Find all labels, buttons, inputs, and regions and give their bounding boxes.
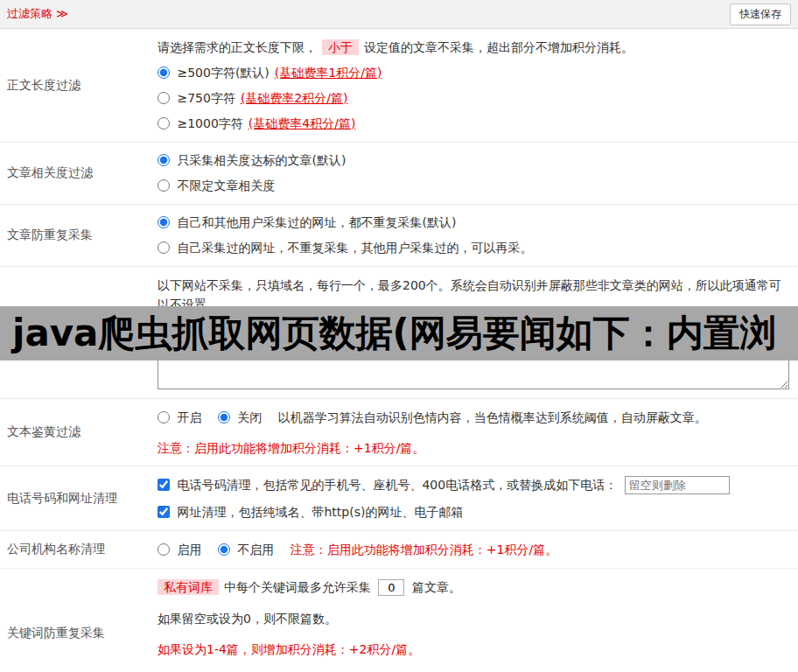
radio-1000chars[interactable] xyxy=(158,117,170,130)
keyword-limit-suffix: 篇文章。 xyxy=(412,580,461,594)
replacement-phone-input[interactable] xyxy=(625,476,730,494)
radio-label: 自己采集过的网址，不重复采集，其他用户采集过的，可以再采。 xyxy=(177,241,532,255)
radio-option-dedup-all-users[interactable]: 自己和其他用户采集过的网址，都不重复采集(默认) xyxy=(158,214,789,232)
radio-option-relevance-any[interactable]: 不限定文章相关度 xyxy=(158,177,789,195)
keyword-limit-input[interactable] xyxy=(378,579,404,596)
checkbox-option-phone-clean[interactable]: 电话号码清理，包括常见的手机号、座机号、400电话格式，或替换成如下电话： xyxy=(158,478,621,492)
checkbox-url-clean[interactable] xyxy=(158,506,170,518)
radio-option-750chars[interactable]: ≥750字符(基础费率2积分/篇) xyxy=(158,89,789,108)
row-porn-filter: 文本鉴黄过滤 开启 关闭 以机器学习算法自动识别色情内容，当色情概率达到系统阈值… xyxy=(0,399,798,466)
radio-500chars[interactable] xyxy=(158,66,170,79)
radio-relevance-strict[interactable] xyxy=(158,154,170,166)
company-cleanup-warning: 注意：启用此功能将增加积分消耗：+1积分/篇。 xyxy=(290,542,557,556)
quick-save-button[interactable]: 快速保存 xyxy=(730,4,791,25)
keyword-limit-text: 中每个关键词最多允许采集 xyxy=(224,580,371,594)
row-label-porn-filter: 文本鉴黄过滤 xyxy=(7,408,158,457)
radio-option-company-on[interactable]: 启用 xyxy=(158,542,206,556)
radio-option-relevance-strict[interactable]: 只采集相关度达标的文章(默认) xyxy=(158,151,789,170)
rate-note: (基础费率4积分/篇) xyxy=(248,116,356,130)
radio-label: 只采集相关度达标的文章(默认) xyxy=(177,153,346,167)
radio-label: ≥750字符 xyxy=(177,91,234,105)
radio-company-on[interactable] xyxy=(158,543,170,556)
radio-option-1000chars[interactable]: ≥1000字符(基础费率4积分/篇) xyxy=(158,115,789,133)
porn-filter-description: 以机器学习算法自动识别色情内容，当色情概率达到系统阈值，自动屏蔽文章。 xyxy=(278,410,707,424)
radio-option-porn-on[interactable]: 开启 xyxy=(158,410,206,424)
rate-note: (基础费率1积分/篇) xyxy=(275,66,382,80)
radio-label: ≥500字符(默认) xyxy=(177,66,269,80)
radio-label: 自己和其他用户采集过的网址，都不重复采集(默认) xyxy=(177,215,456,229)
watermark-text: java爬虫抓取网页数据(网易要闻如下：内置浏 xyxy=(12,309,777,358)
page-title[interactable]: 过滤策略 ≫ xyxy=(7,6,68,22)
radio-dedup-all-users[interactable] xyxy=(158,216,170,228)
row-keyword-dedup: 关键词防重复采集 私有词库中每个关键词最多允许采集 篇文章。 如果留空或设为0，… xyxy=(0,569,798,672)
intro-highlight: 小于 xyxy=(322,39,359,55)
radio-label: 启用 xyxy=(177,542,201,556)
row-label-phone-url: 电话号码和网址清理 xyxy=(7,475,158,522)
intro-post: 设定值的文章不采集，超出部分不增加积分消耗。 xyxy=(364,40,634,54)
radio-label: ≥1000字符 xyxy=(177,116,242,130)
row-label-dedup: 文章防重复采集 xyxy=(7,214,158,257)
checkbox-option-url-clean[interactable]: 网址清理，包括纯域名、带http(s)的网址、电子邮箱 xyxy=(158,505,463,519)
row-relevance-filter: 文章相关度过滤 只采集相关度达标的文章(默认) 不限定文章相关度 xyxy=(0,143,798,205)
radio-option-dedup-self-only[interactable]: 自己采集过的网址，不重复采集，其他用户采集过的，可以再采。 xyxy=(158,239,789,257)
row-label-company-cleanup: 公司机构名称清理 xyxy=(7,540,158,559)
radio-label: 开启 xyxy=(177,410,201,424)
watermark-overlay: java爬虫抓取网页数据(网易要闻如下：内置浏 xyxy=(0,306,798,360)
checkbox-label: 电话号码清理，包括常见的手机号、座机号、400电话格式，或替换成如下电话： xyxy=(177,478,617,492)
radio-option-500chars[interactable]: ≥500字符(默认)(基础费率1积分/篇) xyxy=(158,64,789,82)
radio-option-porn-off[interactable]: 关闭 xyxy=(218,410,266,424)
radio-company-off[interactable] xyxy=(218,543,230,556)
row-company-cleanup: 公司机构名称清理 启用 不启用 注意：启用此功能将增加积分消耗：+1积分/篇。 xyxy=(0,531,798,569)
keyword-warning-cost: 如果设为1-4篇，则增加积分消耗：+2积分/篇。 xyxy=(158,640,789,658)
checkbox-phone-clean[interactable] xyxy=(158,479,170,491)
row-label-relevance: 文章相关度过滤 xyxy=(7,151,158,195)
radio-750chars[interactable] xyxy=(158,92,170,104)
intro-pre: 请选择需求的正文长度下限， xyxy=(158,40,317,54)
row-phone-url-cleanup: 电话号码和网址清理 电话号码清理，包括常见的手机号、座机号、400电话格式，或替… xyxy=(0,466,798,531)
row-dedup-collection: 文章防重复采集 自己和其他用户采集过的网址，都不重复采集(默认) 自己采集过的网… xyxy=(0,205,798,267)
radio-porn-off[interactable] xyxy=(218,411,230,424)
radio-relevance-any[interactable] xyxy=(158,179,170,192)
checkbox-label: 网址清理，包括纯域名、带http(s)的网址、电子邮箱 xyxy=(177,505,463,519)
radio-label: 不启用 xyxy=(237,542,274,556)
row-label-keyword-dedup: 关键词防重复采集 xyxy=(7,578,158,672)
keyword-note-zero: 如果留空或设为0，则不限篇数。 xyxy=(158,609,789,628)
radio-porn-on[interactable] xyxy=(158,411,170,424)
radio-label: 不限定文章相关度 xyxy=(177,178,275,192)
body-length-intro: 请选择需求的正文长度下限，小于设定值的文章不采集，超出部分不增加积分消耗。 xyxy=(158,38,789,57)
private-lexicon-highlight: 私有词库 xyxy=(158,579,219,595)
header-bar: 过滤策略 ≫ 快速保存 xyxy=(0,0,798,29)
radio-dedup-self-only[interactable] xyxy=(158,242,170,254)
porn-filter-warning: 注意：启用此功能将增加积分消耗：+1积分/篇。 xyxy=(158,439,789,457)
radio-label: 关闭 xyxy=(237,410,262,424)
row-body-length-filter: 正文长度过滤 请选择需求的正文长度下限，小于设定值的文章不采集，超出部分不增加积… xyxy=(0,29,798,143)
rate-note: (基础费率2积分/篇) xyxy=(241,91,348,105)
row-label-body-length: 正文长度过滤 xyxy=(7,38,158,133)
radio-option-company-off[interactable]: 不启用 xyxy=(218,542,278,556)
